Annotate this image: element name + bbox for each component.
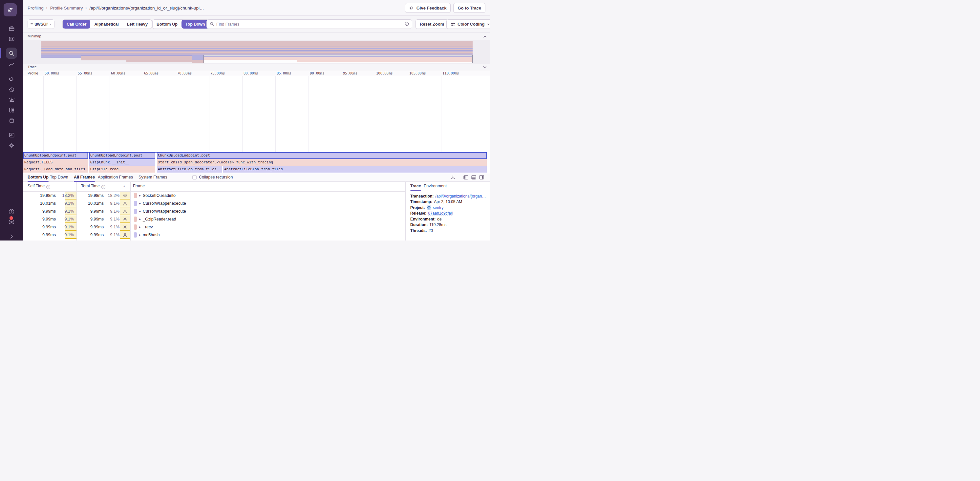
direction-bottom-up[interactable]: Bottom Up: [153, 20, 181, 29]
flame-frame[interactable]: Request.FILES: [23, 159, 88, 166]
detail-field-value: 119.28ms: [429, 222, 446, 227]
give-feedback-button[interactable]: Give Feedback: [405, 3, 451, 13]
layout-table-right-icon[interactable]: [479, 175, 484, 179]
detail-field-value: 20: [429, 229, 433, 233]
table-row[interactable]: 9.99ms9.1%9.99ms9.1%▸CursorWrapper.execu…: [23, 207, 405, 215]
projects-icon[interactable]: [6, 34, 17, 44]
minimap-label: Minimap: [27, 34, 41, 38]
sort-call-order[interactable]: Call Order: [63, 20, 90, 29]
issues-icon[interactable]: [6, 24, 17, 33]
info-icon[interactable]: [405, 21, 409, 27]
table-row[interactable]: 10.01ms9.1%10.01ms9.1%▸CursorWrapper.exe…: [23, 200, 405, 207]
direction-top-down[interactable]: Top Down: [181, 20, 209, 29]
breadcrumb-profiling[interactable]: Profiling: [27, 6, 44, 11]
minimap-canvas[interactable]: [23, 40, 490, 64]
detail-field: Environment:de: [410, 216, 487, 222]
layout-table-bottom-icon[interactable]: [471, 175, 476, 179]
expand-sidebar-icon[interactable]: [6, 232, 17, 240]
axis-tick-label: 65.00ms: [144, 71, 159, 75]
direction-segmented-control: Bottom Up Top Down: [152, 19, 209, 29]
export-download-icon[interactable]: [450, 175, 455, 179]
expand-chevron-icon[interactable]: ▸: [139, 231, 141, 239]
expand-chevron-icon[interactable]: ▸: [139, 192, 141, 200]
sort-left-heavy[interactable]: Left Heavy: [123, 20, 152, 29]
question-icon[interactable]: ?: [102, 185, 105, 189]
table-row[interactable]: 9.99ms9.1%9.99ms9.1%▸_recv: [23, 223, 405, 231]
search-input[interactable]: [216, 22, 402, 27]
table-row[interactable]: 19.98ms18.2%19.98ms18.2%▸SocketIO.readin…: [23, 192, 405, 200]
detail-field-value: de: [437, 217, 441, 221]
explore-search-icon[interactable]: [6, 48, 17, 59]
flame-frame[interactable]: ChunkUploadEndpoint.post: [157, 152, 487, 159]
breadcrumb-profile-summary[interactable]: Profile Summary: [50, 6, 83, 11]
settings-gear-icon[interactable]: [6, 140, 17, 150]
table-row[interactable]: 9.99ms9.1%9.99ms9.1%▸_GzipReader.read: [23, 215, 405, 223]
total-time-value: 10.01ms: [78, 200, 104, 207]
self-time-column-header[interactable]: Self Time?: [27, 184, 50, 189]
breadcrumb-transaction: /api/0/organizations/{organization_id_or…: [90, 6, 204, 11]
tab-application-frames[interactable]: Application Frames: [98, 173, 133, 181]
dashboards-icon[interactable]: [6, 105, 17, 115]
flame-frame[interactable]: AbstractFileBlob.from_files: [157, 166, 222, 173]
insights-icon[interactable]: [6, 59, 17, 69]
feedback-megaphone-icon[interactable]: [6, 74, 17, 84]
flamegraph-canvas[interactable]: ChunkUploadEndpoint.postChunkUploadEndpo…: [23, 76, 490, 173]
detail-field-label: Transaction:: [410, 194, 434, 198]
frame-name: _recv: [143, 223, 372, 231]
detail-field-link[interactable]: 87aab1d9cfa0: [428, 211, 453, 216]
stats-icon[interactable]: [6, 130, 17, 140]
total-time-pct: 9.1%: [104, 207, 119, 215]
question-icon[interactable]: ?: [46, 185, 50, 189]
thread-selector-dropdown[interactable]: uWSGIWor…: [27, 19, 54, 29]
detail-tab-environment[interactable]: Environment: [424, 182, 447, 191]
thread-list-icon: [30, 22, 33, 26]
go-to-trace-button[interactable]: Go to Trace: [453, 3, 485, 13]
tab-top-down[interactable]: Top Down: [50, 173, 68, 181]
self-time-pct: 18.2%: [54, 192, 74, 200]
detail-field-link[interactable]: /api/0/organizations/{organ…: [435, 194, 486, 198]
frame-column-header[interactable]: Frame: [133, 184, 145, 188]
collapse-minimap-chevron-up-icon[interactable]: [483, 34, 487, 39]
layout-table-left-icon[interactable]: [463, 175, 468, 179]
whats-new-broadcast-icon[interactable]: [6, 217, 17, 227]
flame-frame[interactable]: ChunkUploadEndpoint.post: [89, 152, 155, 159]
checkbox-icon[interactable]: [192, 175, 197, 179]
table-row[interactable]: 9.99ms9.1%9.99ms9.1%▸md5hash: [23, 231, 405, 239]
total-time-pct: 9.1%: [104, 223, 119, 231]
profile-row-label: Profile: [27, 71, 40, 75]
replays-icon[interactable]: [6, 85, 17, 95]
collapse-recursion-checkbox[interactable]: Collapse recursion: [192, 175, 233, 179]
sort-descending-arrow-icon[interactable]: ↓: [123, 183, 125, 188]
flame-frame[interactable]: start_child_span_decorator.<locals>.func…: [157, 159, 487, 166]
frame-color-swatch: [134, 201, 137, 206]
self-time-pct: 9.1%: [54, 215, 74, 223]
frame-name: md5hash: [143, 231, 372, 239]
flame-frame[interactable]: Request._load_data_and_files: [23, 166, 88, 173]
flame-frame[interactable]: GzipChunk.__init__: [89, 159, 155, 166]
user-icon: [123, 209, 127, 215]
sentry-logo[interactable]: [3, 3, 17, 16]
help-icon[interactable]: [6, 207, 17, 217]
reset-zoom-button[interactable]: Reset Zoom: [415, 19, 448, 29]
expand-chevron-icon[interactable]: ▸: [139, 215, 141, 223]
expand-chevron-icon[interactable]: ▸: [139, 207, 141, 215]
expand-chevron-icon[interactable]: ▸: [139, 223, 141, 231]
tab-bottom-up[interactable]: Bottom Up: [27, 173, 49, 181]
detail-tab-trace[interactable]: Trace: [410, 182, 421, 191]
expand-chevron-icon[interactable]: ▸: [139, 200, 141, 207]
python-project-icon: [427, 205, 431, 210]
color-coding-dropdown[interactable]: Color Coding: [446, 19, 490, 29]
sort-alphabetical[interactable]: Alphabetical: [90, 20, 123, 29]
flame-frame[interactable]: GzipFile.read: [89, 166, 155, 173]
collapse-trace-chevron-down-icon[interactable]: [483, 65, 487, 69]
tab-system-frames[interactable]: System Frames: [138, 173, 167, 181]
tab-all-frames[interactable]: All Frames: [74, 173, 95, 181]
releases-icon[interactable]: [6, 115, 17, 125]
detail-field-link[interactable]: sentry: [433, 205, 444, 210]
total-time-column-header[interactable]: Total Time?: [81, 184, 105, 189]
frame-color-swatch: [134, 193, 137, 198]
alerts-icon[interactable]: [6, 95, 17, 105]
self-time-pct: 9.1%: [54, 207, 74, 215]
flame-frame[interactable]: ChunkUploadEndpoint.post: [23, 152, 88, 159]
flame-frame[interactable]: AbstractFileBlob.from_files: [223, 166, 487, 173]
